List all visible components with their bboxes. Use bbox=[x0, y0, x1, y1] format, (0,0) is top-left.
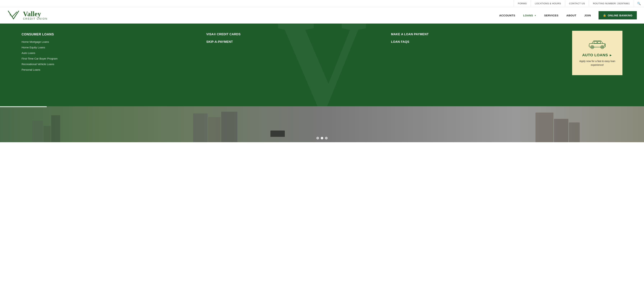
buildings-right bbox=[536, 110, 580, 142]
personal-loans-link[interactable]: Personal Loans bbox=[22, 68, 199, 72]
online-banking-button[interactable]: 🔒 ONLINE BANKING bbox=[598, 11, 637, 20]
hero-accent-bar bbox=[0, 106, 47, 107]
join-nav-item[interactable]: JOIN bbox=[580, 12, 595, 19]
payment-column: MAKE A LOAN PAYMENT LOAN FAQS bbox=[388, 31, 572, 75]
buildings-center bbox=[193, 110, 237, 142]
logo-text: Valley CREDIT UNION bbox=[23, 11, 48, 20]
logo-area[interactable]: Valley CREDIT UNION bbox=[7, 9, 48, 22]
nav-links: ACCOUNTS LOANS ▼ SERVICES ABOUT JOIN 🔒 O… bbox=[495, 11, 637, 20]
visa-credit-cards-link[interactable]: VISA® CREDIT CARDS bbox=[206, 33, 384, 36]
visa-column: VISA® CREDIT CARDS SKIP-A-PAYMENT bbox=[203, 31, 388, 75]
utility-bar: FORMS LOCATIONS & HOURS CONTACT US ROUTI… bbox=[0, 0, 644, 7]
contact-link[interactable]: CONTACT US bbox=[565, 0, 589, 7]
logo-icon bbox=[7, 9, 22, 22]
services-nav-item[interactable]: SERVICES bbox=[540, 12, 562, 19]
auto-loans-link[interactable]: Auto Loans bbox=[22, 51, 199, 55]
loan-faqs-link[interactable]: LOAN FAQS bbox=[391, 40, 568, 44]
accounts-nav-item[interactable]: ACCOUNTS bbox=[495, 12, 519, 19]
slider-dots bbox=[316, 137, 328, 139]
svg-rect-7 bbox=[604, 44, 605, 46]
slider-dot-2[interactable] bbox=[321, 137, 323, 139]
first-time-car-buyer-link[interactable]: First-Time Car Buyer Program bbox=[22, 57, 199, 60]
routing-number: ROUTING NUMBER: 292976861 bbox=[589, 0, 634, 7]
car-icon bbox=[588, 39, 606, 50]
auto-loans-card-title: AUTO LOANS ► bbox=[582, 53, 612, 57]
car-silhouette bbox=[270, 131, 285, 137]
slider-dot-1[interactable] bbox=[316, 137, 319, 139]
home-equity-loans-link[interactable]: Home Equity Loans bbox=[22, 46, 199, 49]
auto-loans-card-text: Apply now for a fast & easy loan experie… bbox=[578, 59, 617, 67]
auto-loans-card[interactable]: AUTO LOANS ► Apply now for a fast & easy… bbox=[572, 31, 622, 75]
svg-rect-2 bbox=[598, 41, 600, 43]
buildings-left bbox=[32, 110, 60, 142]
dropdown-content: CONSUMER LOANS Home Mortgage Loans Home … bbox=[22, 31, 622, 75]
loans-nav-item[interactable]: LOANS ▼ bbox=[519, 12, 540, 19]
forms-link[interactable]: FORMS bbox=[514, 0, 530, 7]
lock-icon: 🔒 bbox=[603, 14, 606, 17]
about-nav-item[interactable]: ABOUT bbox=[562, 12, 580, 19]
search-icon[interactable]: 🔍 bbox=[634, 0, 644, 7]
hero-slider bbox=[0, 106, 644, 142]
svg-rect-1 bbox=[594, 41, 597, 43]
consumer-loans-title: CONSUMER LOANS bbox=[22, 33, 199, 36]
home-mortgage-loans-link[interactable]: Home Mortgage Loans bbox=[22, 40, 199, 44]
skip-a-payment-link[interactable]: SKIP-A-PAYMENT bbox=[206, 40, 384, 44]
make-loan-payment-link[interactable]: MAKE A LOAN PAYMENT bbox=[391, 33, 568, 36]
locations-link[interactable]: LOCATIONS & HOURS bbox=[530, 0, 565, 7]
slider-dot-3[interactable] bbox=[325, 137, 328, 139]
loans-dropdown: CONSUMER LOANS Home Mortgage Loans Home … bbox=[0, 24, 644, 106]
consumer-loans-column: CONSUMER LOANS Home Mortgage Loans Home … bbox=[22, 31, 203, 75]
auto-loans-arrow-icon: ► bbox=[609, 53, 612, 57]
recreational-vehicle-loans-link[interactable]: Recreational Vehicle Loans bbox=[22, 62, 199, 66]
logo-credit-text: CREDIT UNION bbox=[23, 17, 48, 20]
logo-valley-text: Valley bbox=[23, 11, 48, 17]
main-navigation: Valley CREDIT UNION ACCOUNTS LOANS ▼ SER… bbox=[0, 7, 644, 24]
loans-caret-icon: ▼ bbox=[534, 15, 536, 17]
